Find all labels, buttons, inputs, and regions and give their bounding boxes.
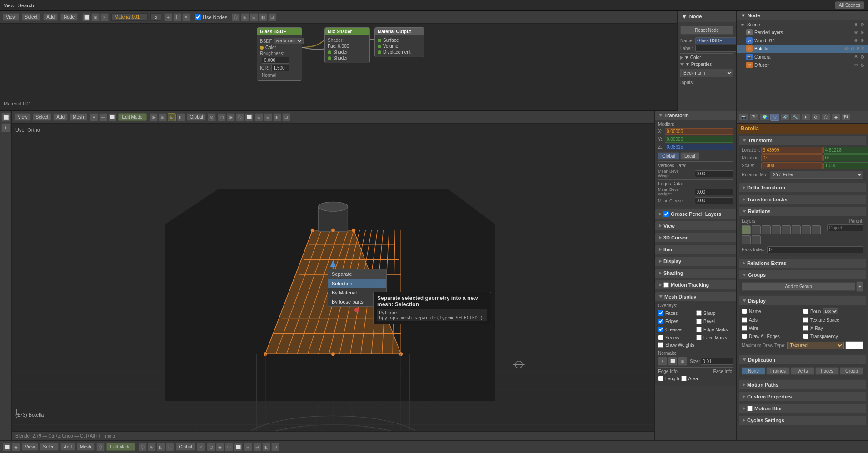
grease-pencil-header[interactable]: Grease Pencil Layers — [655, 209, 736, 219]
ne-view-btn[interactable]: View — [3, 13, 19, 21]
add-to-group-btn[interactable]: Add to Group — [742, 282, 855, 291]
scale-y-input[interactable] — [823, 162, 868, 169]
rot-x-input[interactable] — [761, 154, 823, 161]
bsdf-dropdown[interactable]: Beckmann — [274, 38, 304, 44]
props-tab-object[interactable]: ▽ — [770, 114, 779, 121]
ne-select-btn[interactable]: Select — [22, 13, 41, 21]
dup-verts-btn[interactable]: Verts — [791, 367, 814, 375]
dup-none-btn[interactable]: None — [742, 367, 765, 375]
boun-type-select[interactable]: Box — [823, 308, 838, 314]
wire-cb[interactable] — [742, 325, 747, 331]
vp-shading-2[interactable]: ◉ — [227, 113, 235, 121]
obj-transform-header[interactable]: Transform — [739, 136, 866, 145]
boun-cb[interactable] — [803, 309, 808, 314]
btn-local[interactable]: Local — [680, 152, 699, 160]
props-tab-constraints[interactable]: 🔗 — [780, 114, 790, 121]
distribution-dropdown[interactable]: Beckmann — [680, 69, 733, 77]
relations-extras-header[interactable]: Relations Extras — [739, 259, 866, 268]
motion-blur-cb[interactable] — [747, 406, 753, 411]
delta-transform-header[interactable]: Delta Transform — [739, 183, 866, 192]
length-cb[interactable] — [658, 376, 663, 381]
vp-extra-2[interactable]: ⊟ — [264, 113, 272, 121]
z-input[interactable] — [665, 144, 733, 150]
ne-snap-icon[interactable]: ⬡ — [232, 13, 240, 21]
bottom-extra-4[interactable]: ⊡ — [271, 443, 279, 451]
left-tool-1[interactable]: ⬜ — [1, 113, 10, 122]
dup-group-btn[interactable]: Group — [840, 367, 863, 375]
display-section-header[interactable]: Display — [655, 257, 736, 266]
mesh-display-header[interactable]: Mesh Display — [655, 292, 736, 301]
tree-item-world[interactable]: W World.014 👁 ⚙ — [737, 36, 868, 45]
loc-x-input[interactable] — [761, 147, 823, 154]
use-nodes-checkbox[interactable] — [195, 14, 201, 20]
bottom-icon-1[interactable]: ⬜ — [3, 443, 11, 451]
edge-marks-cb[interactable] — [696, 327, 702, 332]
layer-8[interactable] — [812, 225, 821, 234]
bevel-cb[interactable] — [696, 319, 702, 324]
bottom-shading-4[interactable]: ⬜ — [234, 443, 242, 451]
vp-icon-edge[interactable]: — — [99, 113, 107, 121]
face-marks-cb[interactable] — [696, 335, 702, 340]
properties-section[interactable]: ▼ Properties — [680, 62, 733, 67]
ne-icon-4[interactable]: ⊞ — [241, 13, 249, 21]
scene-selector[interactable]: All Scenes — [835, 1, 864, 9]
vp-select-btn[interactable]: Select — [33, 113, 52, 121]
layer-5[interactable] — [782, 225, 791, 234]
rot-mode-select[interactable]: XYZ Euler — [770, 171, 863, 179]
xray-cb[interactable] — [803, 325, 808, 331]
bottom-icon-2[interactable]: ◉ — [12, 443, 20, 451]
creases-cb[interactable] — [658, 327, 663, 332]
vp-global-btn[interactable]: Global — [187, 113, 206, 121]
ne-icon-3[interactable]: ✕ — [100, 13, 109, 21]
motion-blur-header[interactable]: Motion Blur — [739, 404, 866, 413]
vp-icon-vis2[interactable]: ⊞ — [159, 113, 167, 121]
layer-4[interactable] — [772, 225, 781, 234]
edges-cb[interactable] — [658, 319, 663, 324]
view-section-header[interactable]: View — [655, 221, 736, 230]
glass-bsdf-node[interactable]: Glass BSDF BSDF Beckmann Color Roughness… — [257, 27, 302, 81]
bottom-mode-btn[interactable]: Edit Mode — [106, 443, 135, 451]
max-draw-type-select[interactable]: Textured — [787, 342, 844, 349]
transform-section-header[interactable]: Transform — [655, 111, 736, 120]
ne-add-btn[interactable]: Add — [43, 13, 58, 21]
x-input[interactable] — [665, 128, 733, 135]
sharp-cb[interactable] — [696, 310, 702, 316]
bottom-vicon-3[interactable]: ◧ — [157, 443, 165, 451]
bottom-shading-2[interactable]: ◉ — [216, 443, 224, 451]
vp-pivot-icon[interactable]: ⊙ — [208, 113, 216, 121]
layer-7[interactable] — [802, 225, 811, 234]
vp-icon-vis1[interactable]: ◉ — [150, 113, 158, 121]
bottom-global-btn[interactable]: Global — [176, 443, 195, 451]
dup-frames-btn[interactable]: Frames — [766, 367, 790, 375]
bottom-view-btn[interactable]: View — [22, 443, 38, 451]
ne-icon-f[interactable]: F — [173, 13, 181, 21]
ior-input[interactable] — [271, 65, 289, 71]
transform-locks-header[interactable]: Transform Locks — [739, 195, 866, 204]
normal-vert-btn[interactable]: ● — [658, 357, 667, 366]
tree-item-difusor[interactable]: ▽ Difusor 👁 ⚙ — [737, 61, 868, 69]
motion-tracking-header[interactable]: Motion Tracking — [655, 280, 736, 289]
vp-shading-4[interactable]: ⬜ — [245, 113, 253, 121]
ne-icon-7[interactable]: ⊡ — [268, 13, 276, 21]
item-section-header[interactable]: Item — [655, 245, 736, 254]
vp-shading-1[interactable]: ◻ — [218, 113, 226, 121]
parent-input[interactable] — [827, 224, 863, 231]
groups-header[interactable]: Groups — [739, 270, 866, 279]
bottom-extra-3[interactable]: ◧ — [262, 443, 270, 451]
props-tab-modifier[interactable]: 🔧 — [791, 114, 800, 121]
props-tab-data[interactable]: ⬡ — [821, 114, 830, 121]
object-color-swatch[interactable] — [845, 341, 863, 349]
left-tool-2[interactable]: + — [1, 123, 10, 132]
mean-bevel-e-input[interactable] — [695, 189, 734, 195]
seams-cb[interactable] — [658, 335, 663, 340]
motion-tracking-checkbox[interactable] — [663, 282, 669, 288]
layer-1[interactable] — [742, 225, 751, 234]
mix-shader-node[interactable]: Mix Shader Shader: Fac: 0.000 Shader Sh — [324, 27, 370, 63]
name-cb[interactable] — [742, 309, 747, 314]
normal-face-btn[interactable]: ⬜ — [668, 357, 677, 366]
tree-item-camera[interactable]: 📷 Camera 👁 ⚙ — [737, 53, 868, 61]
props-tab-world[interactable]: 🌍 — [760, 114, 769, 121]
layer-9[interactable] — [742, 235, 751, 244]
bottom-mesh-btn[interactable]: Mesh — [77, 443, 94, 451]
props-tab-scene[interactable]: 🎬 — [749, 114, 759, 121]
